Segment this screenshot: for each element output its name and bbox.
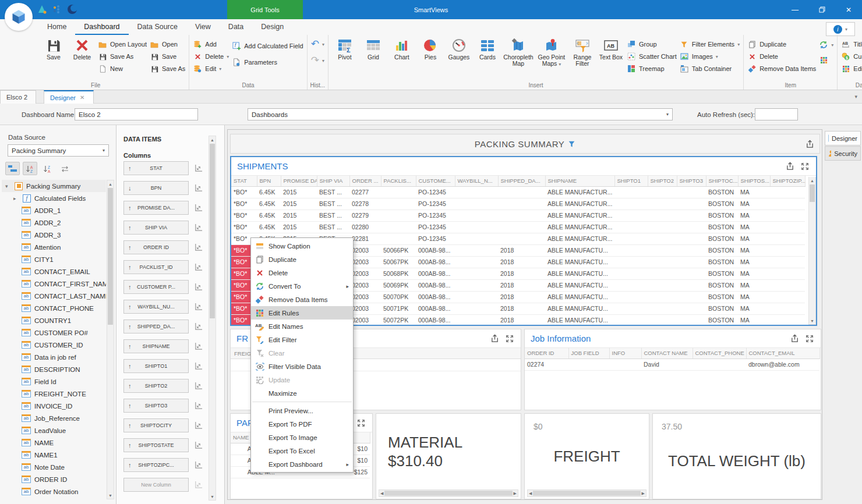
grid-cell[interactable] [770,198,805,210]
grid-cell[interactable] [614,268,648,279]
grid-cell[interactable]: *BO* [231,210,257,221]
data-item-pill[interactable]: ↑SHIPPED_DA... [123,320,189,333]
tree-field-item[interactable]: CONTACT_PHONE [2,302,106,314]
grid-cell[interactable] [498,198,545,210]
grid-cell[interactable]: BOSTON [706,233,738,244]
swap-icon-button[interactable] [58,162,72,175]
context-menu-item[interactable]: Convert To ▸ [251,279,353,293]
insert-chart-button[interactable]: Chart [389,37,415,61]
grid-cell[interactable] [648,256,677,268]
grid-cell[interactable] [614,314,648,326]
add-calculated-field-button[interactable]: fAdd Calculated Field [232,41,303,51]
grid-cell[interactable]: ABLE MANUFACTUR... [545,210,614,221]
tree-field-item[interactable]: FREIGHT_NOTE [2,388,106,400]
parameters-button[interactable]: Parameters [232,58,303,67]
tree-field-item[interactable]: CONTACT_FIRST_NAME [2,278,106,290]
grid-cell[interactable]: BOSTON [706,314,738,326]
grid-cell[interactable] [381,233,416,244]
grid-cell[interactable] [648,221,677,233]
grid-cell[interactable] [648,314,677,326]
data-item-pill[interactable]: ↑PROMISE DA... [123,201,189,215]
data-item-pill[interactable]: ↑SHIPTOSTATE [123,438,189,452]
grid-cell[interactable] [614,244,648,256]
chart-axes-icon[interactable] [194,283,203,292]
grid-cell[interactable]: 2015 [281,210,317,221]
insert-gauges-button[interactable]: Gauges [446,37,472,61]
scroll-right-icon[interactable]: ▶ [514,491,517,496]
grid-cell[interactable] [455,210,498,221]
grid-cell[interactable]: MA [738,221,770,233]
grid-cell[interactable] [770,210,805,221]
grid-cell[interactable] [770,221,805,233]
insert-choropleth-map-button[interactable]: Choropleth Map [503,37,534,67]
tree-view-button[interactable] [5,162,20,175]
data-item-pill[interactable]: ↑SHIPTO3 [123,399,189,413]
scroll-right-icon[interactable]: ▶ [642,491,645,496]
grid-cell[interactable]: 02281 [349,233,381,244]
grid-cell[interactable] [498,233,545,244]
data-item-pill[interactable]: ↑CUSTOMER P... [123,280,189,294]
grid-cell[interactable]: BEST ... [317,186,349,198]
chart-axes-icon[interactable] [194,184,203,193]
context-menu-item[interactable]: Export To PDF ▸ [251,417,353,431]
tree-field-item[interactable]: ORDER ID [2,473,106,485]
grid-cell[interactable]: 000AB-98... [416,303,455,314]
designer-view-button[interactable]: Designer [825,131,861,145]
tree-field-item[interactable]: CONTACT_EMAIL [2,265,106,278]
grid-cell[interactable] [455,221,498,233]
edit-data-source-button[interactable]: Edit▾ [193,64,229,73]
new-button[interactable]: New [98,64,147,73]
tree-field-item[interactable]: CUSTOMER_ID [2,339,106,351]
insert-pivot-button[interactable]: ΣPivot [332,37,358,61]
data-item-pill[interactable]: ↑WAYBILL_NU... [123,300,189,314]
data-item-pill[interactable]: ↑ORDER ID [123,240,189,254]
grid-cell[interactable] [455,256,498,268]
grid-cell[interactable] [677,291,706,303]
grid-cell[interactable]: 50072PK [381,314,416,326]
save-as-layout-button[interactable]: Save As [98,52,147,61]
grid-cell[interactable] [648,291,677,303]
grid-cell[interactable] [498,221,545,233]
horizontal-scrollbar[interactable]: ◀▶ [527,489,646,497]
tree-field-item[interactable]: Attention [2,241,106,253]
context-menu-item[interactable]: Maximize ▸ [251,386,353,400]
insert-filter-elements-button[interactable]: Filter Elements▾ [680,40,740,49]
doc-tab-designer[interactable]: Designer✕ [44,90,94,104]
context-tab-grid-tools[interactable]: Grid Tools [227,0,303,19]
grid-column-header[interactable]: JOB FIELD [568,348,609,359]
tree-item-calculated-fields[interactable]: ▸Calculated Fields [2,192,106,204]
grid-cell[interactable]: MA [738,291,770,303]
grid-column-header[interactable]: CONTACT NAME [641,348,693,359]
grid-cell[interactable]: BOSTON [706,256,738,268]
grid-cell[interactable] [648,186,677,198]
delete-dashboard-button[interactable]: Delete [69,37,95,61]
tree-field-item[interactable]: COUNTRY1 [2,314,106,326]
insert-text-box-button[interactable]: ABText Box [598,37,624,61]
grid-cell[interactable]: 02279 [349,210,381,221]
dashboard-currency-button[interactable]: $Currency [841,52,862,61]
grid-cell[interactable]: ABLE MANUFACTU... [545,314,614,326]
grid-column-header[interactable]: ORDER ... [349,176,381,186]
undo-button[interactable]: ↶▾ [311,40,324,49]
data-item-pill[interactable]: ↑PACKLIST_ID [123,260,189,274]
filter-funnel-icon[interactable] [568,140,575,148]
scroll-up-icon[interactable]: ▲ [209,136,216,143]
grid-column-header[interactable]: BPN [257,176,281,186]
grid-cell[interactable] [455,233,498,244]
security-view-button[interactable]: Security [825,146,861,161]
grid-cell[interactable] [614,279,648,291]
chart-axes-icon[interactable] [194,322,203,331]
maximize-icon[interactable] [356,418,366,428]
grid-column-header[interactable]: PACKLIS... [381,176,416,186]
grid-cell[interactable]: 02003 [349,256,381,268]
grid-cell[interactable]: 000AB-98... [416,256,455,268]
ribbon-tab-home[interactable]: Home [38,19,75,35]
grid-cell[interactable]: 2018 [498,314,545,326]
grid-cell[interactable]: MA [738,244,770,256]
grid-cell[interactable] [770,303,805,314]
scroll-up-icon[interactable]: ▲ [809,177,815,184]
info-button[interactable]: i▾ [826,22,855,36]
grid-cell[interactable] [677,221,706,233]
grid-column-header[interactable]: SHIPTOS... [738,176,770,186]
scroll-down-icon[interactable]: ▼ [809,317,815,324]
